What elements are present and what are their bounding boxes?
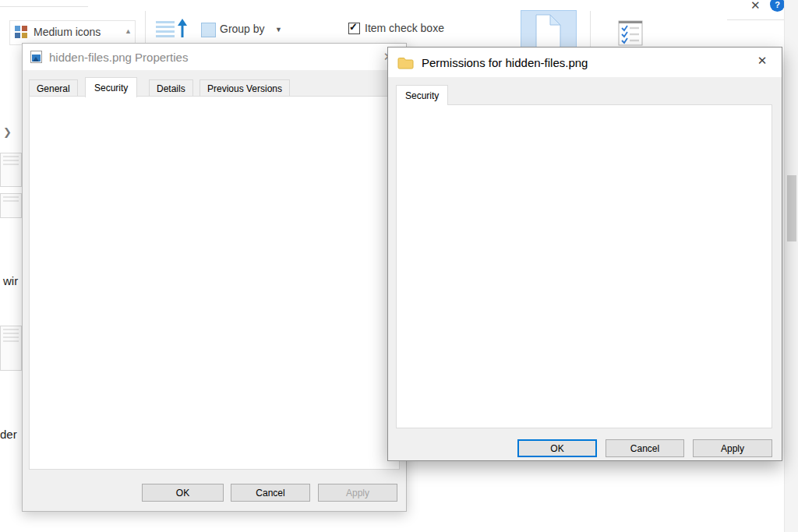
security-tab-page: [396, 104, 772, 428]
file-thumbnail[interactable]: [0, 153, 22, 187]
dialog-title: Permissions for hidden-files.png: [422, 56, 588, 69]
screen: Medium icons ▲ Group by ▼ Item check box…: [0, 0, 798, 532]
background-text-fragment: wir: [3, 274, 18, 287]
file-thumbnail[interactable]: [0, 193, 22, 218]
group-by-icon: [201, 23, 216, 37]
help-icon[interactable]: ?: [770, 0, 785, 12]
gallery-up-icon[interactable]: ▲: [125, 27, 132, 35]
tab-security[interactable]: Security: [396, 85, 448, 105]
tab-previous-versions[interactable]: Previous Versions: [200, 79, 290, 97]
ok-button[interactable]: OK: [517, 439, 597, 457]
image-file-icon: [30, 51, 42, 63]
item-check-box-label: Item check boxe: [365, 22, 444, 34]
preview-pane-button[interactable]: [521, 10, 577, 51]
medium-icons-label: Medium icons: [34, 26, 101, 38]
page-scrollbar[interactable]: [784, 0, 798, 532]
permissions-dialog: Permissions for hidden-files.png ✕ Secur…: [387, 47, 782, 461]
properties-titlebar[interactable]: hidden-files.png Properties ✕: [23, 44, 406, 70]
apply-button[interactable]: Apply: [318, 484, 397, 502]
ok-button[interactable]: OK: [142, 484, 224, 502]
checklist-icon[interactable]: [618, 20, 644, 50]
sort-icon[interactable]: [156, 19, 190, 44]
tab-security[interactable]: Security: [85, 77, 137, 97]
file-thumbnail[interactable]: [0, 326, 22, 371]
dialog-title: hidden-files.png Properties: [49, 51, 188, 64]
close-icon[interactable]: ✕: [754, 54, 771, 68]
document-icon: [534, 13, 563, 49]
scrollbar-thumb[interactable]: [787, 175, 796, 241]
tab-general[interactable]: General: [29, 79, 78, 97]
folder-icon: [397, 56, 414, 69]
permissions-titlebar[interactable]: Permissions for hidden-files.png ✕: [388, 48, 782, 77]
chevron-right-icon[interactable]: ❯: [3, 126, 12, 138]
medium-icons-icon: [15, 26, 27, 38]
background-text-fragment: der: [0, 428, 17, 441]
cancel-button[interactable]: Cancel: [231, 484, 310, 502]
apply-button[interactable]: Apply: [693, 439, 772, 457]
tab-details[interactable]: Details: [149, 79, 193, 97]
security-tab-page: [29, 96, 400, 470]
item-check-box-checkbox[interactable]: [348, 23, 360, 34]
window-close-icon[interactable]: ✕: [750, 0, 761, 12]
cancel-button[interactable]: Cancel: [606, 439, 684, 457]
medium-icons-button[interactable]: Medium icons ▲: [9, 20, 136, 45]
group-by-caret-icon[interactable]: ▼: [275, 26, 282, 33]
properties-dialog: hidden-files.png Properties ✕ General Se…: [22, 43, 407, 512]
group-by-label[interactable]: Group by: [220, 23, 265, 35]
